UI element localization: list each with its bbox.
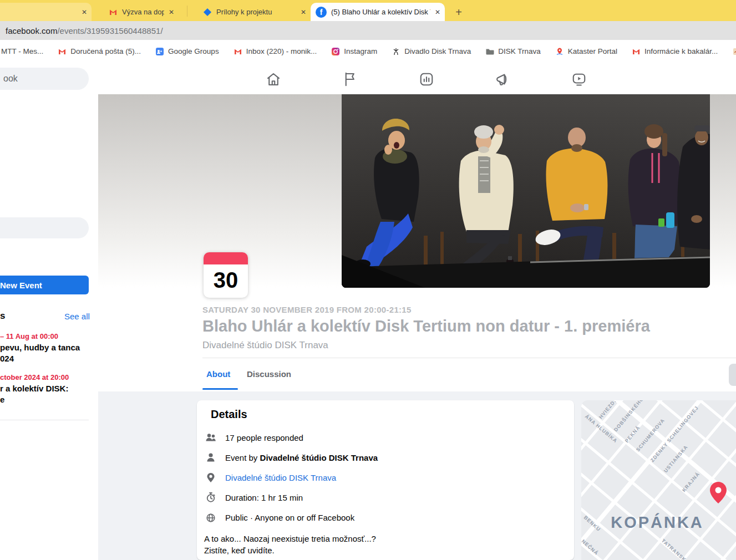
event-title: Blaho Uhlár a kolektív Disk Tertium non … bbox=[202, 317, 736, 335]
browser-tab-prilohy[interactable]: Prílohy k projektu ✕ bbox=[197, 3, 311, 21]
date-badge-red-strip bbox=[204, 252, 248, 264]
new-tab-button[interactable]: + bbox=[451, 5, 466, 19]
pages-flag-nav-icon[interactable] bbox=[342, 71, 358, 88]
tab-close-icon[interactable]: ✕ bbox=[296, 8, 311, 16]
bookmark-label: Instagram bbox=[344, 47, 377, 55]
bookmarks-bar: MTT - Mes... Doručená pošta (5)... Googl… bbox=[0, 40, 736, 63]
location-link[interactable]: Divadelné štúdio DISK Trnava bbox=[225, 473, 336, 482]
tab-about-underline bbox=[202, 388, 238, 390]
new-event-label: New Event bbox=[0, 281, 42, 290]
bookmark-instagram[interactable]: Instagram bbox=[331, 47, 377, 56]
bookmark-label: Informácie k bakalár... bbox=[644, 47, 718, 55]
tab-about[interactable]: About bbox=[206, 369, 230, 379]
tab-title: Výzva na doplnenie alebo odst bbox=[122, 8, 164, 16]
date-badge: 30 bbox=[204, 252, 248, 298]
sidebar-event-title[interactable]: 024 bbox=[0, 354, 14, 363]
facebook-header bbox=[0, 63, 736, 94]
bookmark-label: Inbox (220) - monik... bbox=[246, 47, 317, 55]
sidebar-pill[interactable] bbox=[0, 217, 89, 238]
folder-icon bbox=[485, 47, 494, 56]
location-pin-icon bbox=[205, 472, 216, 483]
sidebar-event-date[interactable]: ctober 2024 at 20:00 bbox=[0, 373, 69, 381]
facebook-icon: f bbox=[316, 7, 327, 18]
bookmark-label: Doručená pošta (5)... bbox=[70, 47, 141, 55]
bookmark-lyrics[interactable]: lyrics – Carling Musi... bbox=[732, 47, 736, 56]
event-by-prefix: Event by bbox=[225, 453, 260, 462]
home-nav-icon[interactable] bbox=[265, 71, 282, 88]
instagram-icon bbox=[331, 47, 340, 56]
privacy-row: Public · Anyone on or off Facebook bbox=[205, 511, 560, 523]
event-datetime: SATURDAY 30 NOVEMBER 2019 FROM 20:00-21:… bbox=[202, 305, 412, 314]
bookmark-mtt[interactable]: MTT - Mes... bbox=[1, 47, 43, 55]
responded-row: 17 people responded bbox=[205, 431, 560, 444]
sidebar-event-title[interactable]: r a kolektív DISK: bbox=[0, 384, 68, 393]
video-nav-icon[interactable] bbox=[571, 71, 587, 88]
browser-tab-gmail[interactable]: Výzva na doplnenie alebo odst ✕ bbox=[103, 3, 179, 21]
event-by-name[interactable]: Divadelné štúdio DISK Trnava bbox=[260, 453, 378, 462]
bookmark-divadlo-disk[interactable]: Divadlo Disk Trnava bbox=[392, 47, 471, 56]
browser-tab-facebook-active[interactable]: f (5) Blaho Uhlár a kolektív Disk T ✕ bbox=[311, 3, 445, 21]
globe-icon bbox=[205, 512, 216, 523]
insights-nav-icon[interactable] bbox=[418, 71, 435, 88]
header-divider bbox=[202, 358, 736, 358]
event-location-map[interactable]: ÁNA HLUBÍKA HVIEZD. DOBŠINSKÉHO PEKNÁ SC… bbox=[581, 400, 736, 560]
tab-separator bbox=[187, 6, 187, 17]
bookmark-label: MTT - Mes... bbox=[1, 47, 43, 55]
details-heading: Details bbox=[211, 408, 247, 421]
date-badge-day: 30 bbox=[204, 264, 248, 296]
bookmark-label: Divadlo Disk Trnava bbox=[404, 47, 471, 55]
location-row: Divadelné štúdio DISK Trnava bbox=[205, 471, 560, 483]
theatre-logo-icon bbox=[392, 47, 400, 56]
duration-row: Duration: 1 hr 15 min bbox=[205, 491, 560, 503]
sidebar-event-title[interactable]: e bbox=[0, 395, 4, 404]
diamond-favicon-icon bbox=[204, 8, 211, 16]
bookmark-kataster[interactable]: Kataster Portal bbox=[555, 47, 617, 56]
facebook-search-input[interactable]: ook bbox=[0, 68, 89, 90]
responded-text: 17 people responded bbox=[225, 433, 303, 442]
gmail-icon bbox=[58, 47, 67, 56]
url-bar[interactable]: facebook.com/events/3195931560448851/ bbox=[6, 26, 163, 35]
ad-megaphone-nav-icon[interactable] bbox=[495, 71, 511, 88]
bookmark-informacie[interactable]: Informácie k bakalár... bbox=[632, 47, 718, 56]
map-pin-icon bbox=[555, 47, 564, 56]
event-description-line: Zistíte, keď uvidíte. bbox=[204, 546, 275, 555]
bookmark-dorucena-posta[interactable]: Doručená pošta (5)... bbox=[58, 47, 141, 56]
gmail-icon bbox=[632, 47, 641, 56]
map-area-label: KOPÁNKA bbox=[611, 513, 704, 531]
url-path: /events/3195931560448851/ bbox=[57, 26, 163, 35]
bookmark-inbox[interactable]: Inbox (220) - monik... bbox=[234, 47, 317, 56]
tab-close-icon[interactable]: ✕ bbox=[430, 8, 445, 16]
sidebar-event-title[interactable]: pevu, hudby a tanca bbox=[0, 343, 80, 352]
person-icon bbox=[205, 452, 216, 463]
page-icon bbox=[732, 47, 736, 56]
privacy-text: Public · Anyone on or off Facebook bbox=[225, 513, 354, 522]
tab-title: (5) Blaho Uhlár a kolektív Disk T bbox=[331, 8, 430, 16]
duration-text: Duration: 1 hr 15 min bbox=[225, 493, 303, 502]
browser-tab-strip: ✕ Výzva na doplnenie alebo odst ✕ Príloh… bbox=[0, 0, 736, 21]
new-event-button[interactable]: New Event bbox=[0, 276, 89, 294]
event-by-row: Event by Divadelné štúdio DISK Trnava bbox=[205, 451, 560, 464]
url-host: facebook.com bbox=[6, 26, 57, 35]
gmail-icon bbox=[109, 8, 118, 17]
bookmark-label: Kataster Portal bbox=[568, 47, 617, 55]
google-groups-icon bbox=[155, 47, 164, 56]
sidebar-heading-fragment: s bbox=[0, 310, 5, 322]
tab-title: Prílohy k projektu bbox=[216, 8, 296, 16]
tab-close-icon[interactable]: ✕ bbox=[164, 8, 179, 16]
browser-window: ✕ Výzva na doplnenie alebo odst ✕ Príloh… bbox=[0, 0, 736, 560]
event-by-text: Event by Divadelné štúdio DISK Trnava bbox=[225, 453, 378, 462]
tab-close-icon[interactable]: ✕ bbox=[77, 8, 92, 16]
bookmark-label: DISK Trnava bbox=[498, 47, 541, 55]
edge-scroll-handle[interactable] bbox=[729, 364, 736, 386]
sidebar-event-date[interactable]: – 11 Aug at 00:00 bbox=[0, 332, 58, 340]
browser-tab-partial[interactable]: ✕ bbox=[0, 3, 92, 21]
bookmark-label: Google Groups bbox=[168, 47, 219, 55]
browser-toolbar: facebook.com/events/3195931560448851/ bbox=[0, 21, 736, 40]
stopwatch-icon bbox=[205, 492, 216, 503]
bookmark-disk-trnava-folder[interactable]: DISK Trnava bbox=[485, 47, 541, 56]
people-icon bbox=[205, 432, 216, 443]
bookmark-google-groups[interactable]: Google Groups bbox=[155, 47, 219, 56]
event-cover-photo[interactable] bbox=[342, 94, 710, 288]
tab-discussion[interactable]: Discussion bbox=[247, 369, 291, 379]
see-all-link[interactable]: See all bbox=[64, 312, 90, 321]
